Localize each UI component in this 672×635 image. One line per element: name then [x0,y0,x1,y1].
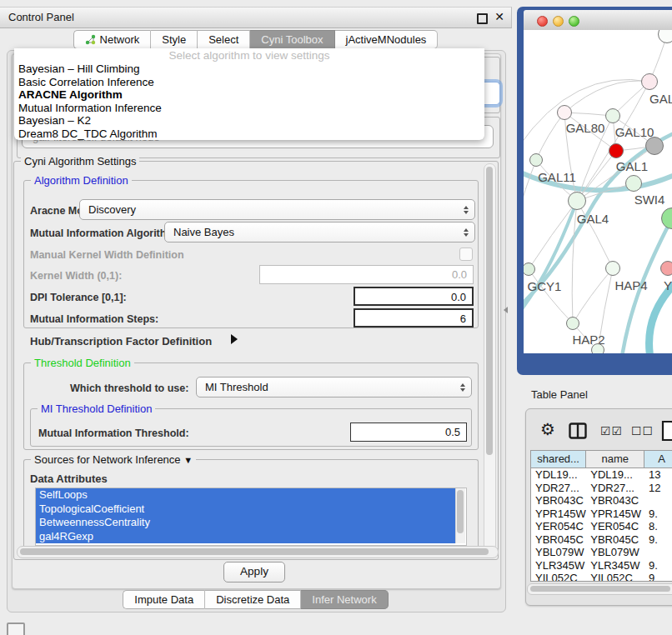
deselect-columns-icon[interactable]: ☐☐ [631,424,654,438]
node-label-gal80: GAL80 [566,121,605,135]
algorithm-option-bayesian-k2[interactable]: Bayesian – K2 [14,114,484,128]
node-label-gal1: GAL1 [616,159,648,173]
node-swi4[interactable] [625,175,642,192]
algorithm-definition-title: Algorithm Definition [31,174,132,187]
minimize-window-icon[interactable] [553,16,564,27]
attribute-item-gal4rgexp[interactable]: gal4RGexp [36,530,459,544]
table-row[interactable]: YDL19...YDL19...13 [531,468,672,482]
which-threshold-label: Which threshold to use: [70,382,188,394]
minimized-panel-icon[interactable] [7,622,25,635]
close-window-icon[interactable] [537,16,548,27]
stepper-icon [460,383,465,392]
cyni-settings-title: Cyni Algorithm Settings [21,155,139,168]
data-attributes-list[interactable]: SelfLoopsTopologicalCoefficientBetweenne… [35,488,467,546]
document-icon[interactable] [661,420,672,442]
algorithm-option-mutual-information-inference[interactable]: Mutual Information Inference [14,102,484,115]
table-row[interactable]: YIL052CYIL052C9 [531,572,672,582]
node-hap2[interactable] [566,317,579,330]
settings-horizontal-scrollbar[interactable] [17,546,499,558]
hub-definition-label[interactable]: Hub/Transcription Factor Definition [30,335,212,348]
attribute-item-betweennesscentrality[interactable]: BetweennessCentrality [36,516,459,530]
control-panel-tabs: NetworkStyleSelectCyni ToolboxjActiveMNo… [0,30,511,49]
table-cell: YER054C [531,520,586,533]
tab-cyni-toolbox[interactable]: Cyni Toolbox [250,30,334,49]
mi-type-combobox[interactable]: Naive Bayes [164,222,475,242]
attribute-item-topologicalcoefficient[interactable]: TopologicalCoefficient [36,502,459,517]
table-row[interactable]: YBR043CYBR043C [531,494,672,508]
table-row[interactable]: YBL079WYBL079W [531,546,672,559]
expanded-arrow-icon[interactable]: ▼ [183,455,193,465]
table-row[interactable]: YLR345WYLR345W9. [531,559,672,572]
tab-infer-network[interactable]: Infer Network [301,590,388,609]
mi-threshold-field[interactable]: 0.5 [350,422,467,442]
network-canvas[interactable]: GALGAL80GAL10GAL1GAL11SWI4GAL4GCY1HAP4YH… [524,30,672,353]
column-header-shared[interactable]: shared... [531,451,586,468]
tab-network[interactable]: Network [73,30,152,49]
screen: Control Panel ✕ NetworkStyleSelectCyni T… [0,0,672,635]
manual-kernel-checkbox [459,248,473,261]
tab-impute-data[interactable]: Impute Data [123,590,205,609]
algorithm-dropdown-prompt: Select algorithm to view settings [14,48,484,62]
tab-style[interactable]: Style [151,30,198,49]
table-row[interactable]: YPR145WYPR145W9. [531,508,672,521]
algorithm-option-dream8-dc-tdc-algorithm[interactable]: Dream8 DC_TDC Algorithm [14,128,484,141]
columns-icon[interactable] [569,422,587,439]
column-header-name[interactable]: name [586,451,644,468]
panel-collapse-arrow[interactable] [504,307,508,313]
node-y-partial[interactable] [660,261,672,276]
node-gal80[interactable] [557,105,572,120]
close-panel-icon[interactable]: ✕ [494,10,504,23]
table-body: YDL19...YDL19...13YDR27...YDR27...12YBR0… [531,468,672,582]
column-header-a[interactable]: A [644,451,672,468]
tab-select[interactable]: Select [198,30,250,49]
cyni-bottom-tabs: Impute DataDiscretize DataInfer Network [7,590,504,609]
table-cell [644,494,672,508]
control-panel-titlebar: Control Panel ✕ [0,7,512,28]
gear-icon[interactable]: ⚙ [540,419,555,439]
algorithm-option-bayesian-hill-climbing[interactable]: Bayesian – Hill Climbing [14,62,484,76]
algorithm-option-aracne-algorithm[interactable]: ARACNE Algorithm [14,88,484,102]
settings-vertical-scrollbar[interactable] [484,163,496,551]
table-row[interactable]: YDR27...YDR27...12 [531,482,672,495]
tab-discretize-data[interactable]: Discretize Data [205,590,301,609]
tab-label: Style [162,33,186,46]
float-panel-icon[interactable] [477,13,488,24]
collapsed-arrow-icon[interactable] [231,334,238,344]
table-cell: 9. [644,533,672,547]
node-gal1[interactable] [609,143,624,158]
zoom-window-icon[interactable] [569,16,579,27]
node-table[interactable]: shared...nameA YDL19...YDL19...13YDR27..… [530,450,672,582]
list-scrollbar[interactable] [455,488,465,543]
network-window-titlebar[interactable] [524,10,672,31]
table-cell: YLR345W [531,559,586,572]
aracne-mode-combobox[interactable]: Discovery [79,199,475,220]
table-row[interactable]: YBR045CYBR045C9. [531,533,672,547]
select-columns-icon[interactable]: ☑☑ [600,424,623,438]
kernel-width-field: 0.0 [259,265,474,284]
table-horizontal-scrollbar[interactable] [527,583,672,595]
table-cell: YPR145W [531,508,586,521]
tab-jactivemnodules[interactable]: jActiveMNodules [335,30,439,49]
which-threshold-combobox[interactable]: MI Threshold [196,377,472,398]
table-cell [644,546,672,559]
tab-label: Impute Data [134,593,193,606]
apply-button[interactable]: Apply [223,562,285,582]
node-gal11[interactable] [529,153,543,167]
threshold-definition-title: Threshold Definition [31,357,134,369]
node-hap4[interactable] [605,261,620,276]
node-gal4[interactable] [568,192,586,210]
node-bottom-partial[interactable] [591,343,604,353]
algorithm-option-basic-correlation-inference[interactable]: Basic Correlation Inference [14,76,484,89]
table-cell: YBR043C [586,494,644,508]
node-gray[interactable] [645,137,664,155]
table-cell: 9. [644,508,672,521]
mi-steps-field[interactable]: 6 [354,308,474,328]
node-gal-partial[interactable] [641,73,658,90]
table-row[interactable]: YER054CYER054C8. [531,520,672,533]
node-label-gcy1: GCY1 [528,279,562,293]
algorithm-dropdown-list: Bayesian – Hill ClimbingBasic Correlatio… [14,62,484,141]
aracne-mode-value: Discovery [88,203,136,216]
node-gal10[interactable] [605,108,620,123]
dpi-tolerance-field[interactable]: 0.0 [354,287,474,306]
attribute-item-selfloops[interactable]: SelfLoops [36,488,459,502]
